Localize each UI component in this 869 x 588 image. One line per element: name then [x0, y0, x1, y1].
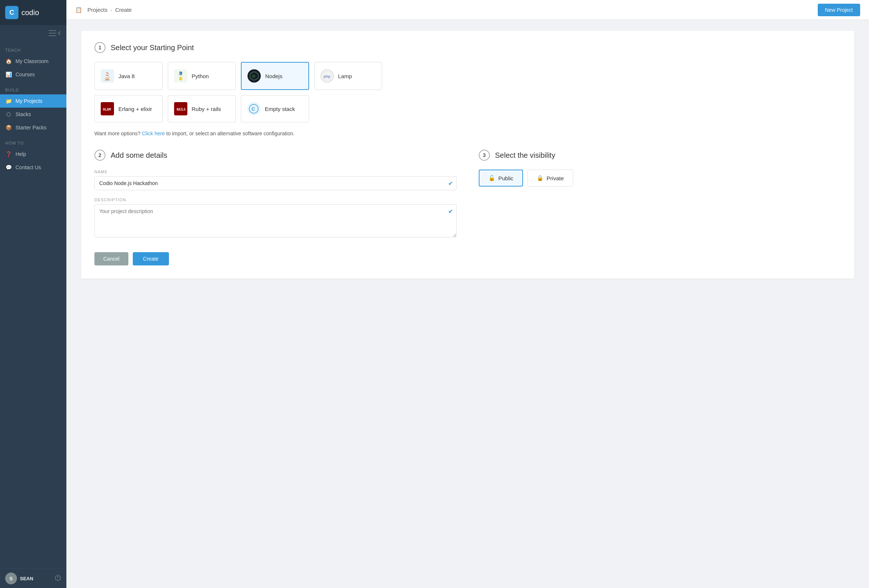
description-label: DESCRIPTION [95, 198, 457, 202]
svg-text:RAILS: RAILS [176, 108, 185, 111]
step1-title: Select your Starting Point [111, 43, 194, 52]
cancel-button[interactable]: Cancel [95, 252, 128, 265]
power-button[interactable] [55, 575, 61, 582]
name-input[interactable] [95, 176, 457, 190]
private-icon: 🔒 [537, 175, 544, 181]
teach-section: TEACH 🏠 My Classroom 📊 Courses [0, 41, 67, 81]
sidebar-item-my-classroom[interactable]: 🏠 My Classroom [0, 55, 67, 68]
svg-rect-1 [49, 33, 56, 34]
sidebar-toggle[interactable] [0, 25, 67, 41]
howto-label: HOW TO [0, 134, 67, 147]
import-link[interactable]: Click here [142, 130, 165, 136]
step2-title: Add some details [111, 151, 167, 160]
sidebar-bottom: S SEAN [0, 569, 67, 588]
stack-empty-label: Empty stack [265, 106, 295, 112]
svg-text:php: php [323, 74, 330, 78]
breadcrumb-current: Create [115, 7, 132, 13]
step3-col: 3 Select the visibility 🔓 Public 🔒 Priva… [479, 150, 841, 265]
description-input-wrapper: ✔ [95, 204, 457, 239]
contact-icon: 💬 [5, 164, 12, 170]
stack-python[interactable]: Python [168, 62, 236, 90]
sidebar-item-contact-us[interactable]: 💬 Contact Us [0, 161, 67, 174]
stack-lamp[interactable]: php Lamp [314, 62, 383, 90]
nodejs-logo: JS [249, 70, 260, 81]
python-logo [175, 70, 186, 81]
stack-nodejs[interactable]: JS Nodejs [241, 62, 309, 90]
starter-packs-icon: 📦 [5, 124, 12, 130]
step3-header: 3 Select the visibility [479, 150, 841, 161]
action-buttons: Cancel Create [95, 252, 457, 265]
steps-row: 2 Add some details NAME ✔ DESCRIPTION [95, 150, 841, 265]
avatar: S [5, 573, 17, 584]
stack-lamp-label: Lamp [338, 73, 352, 79]
stack-erlang-label: Erlang + elixir [119, 106, 152, 112]
user-info: S SEAN [5, 573, 33, 584]
courses-icon: 📊 [5, 71, 12, 77]
step1-header: 1 Select your Starting Point [95, 42, 841, 53]
teach-label: TEACH [0, 41, 67, 55]
power-icon [55, 575, 61, 581]
svg-rect-0 [49, 30, 56, 31]
breadcrumb: 📋 Projects › Create [75, 7, 132, 13]
name-input-wrapper: ✔ [95, 176, 457, 190]
stack-ruby[interactable]: RAILS Ruby + rails [168, 95, 236, 122]
step2-number: 2 [95, 150, 105, 161]
java-logo: java [102, 71, 113, 81]
breadcrumb-icon: 📋 [75, 7, 82, 13]
howto-section: HOW TO ❓ Help 💬 Contact Us [0, 134, 67, 174]
import-line: Want more options? Click here to import,… [95, 130, 841, 136]
create-project-card: 1 Select your Starting Point java [81, 31, 854, 279]
visibility-private[interactable]: 🔒 Private [528, 170, 573, 187]
description-textarea[interactable] [95, 204, 457, 237]
stack-java8[interactable]: java Java 8 [95, 62, 163, 90]
stack-grid: java Java 8 [95, 62, 382, 122]
ruby-logo: RAILS [175, 103, 186, 114]
collapse-icon [58, 31, 61, 36]
step3-title: Select the visibility [495, 151, 555, 160]
svg-text:JS: JS [252, 75, 256, 78]
empty-stack-icon: C [247, 102, 260, 116]
erlang-logo: OLAM [102, 103, 113, 114]
home-icon: 🏠 [5, 58, 12, 64]
python-icon [174, 69, 187, 83]
page-content: 1 Select your Starting Point java [67, 20, 869, 588]
logo-icon: C [5, 6, 18, 19]
topbar: 📋 Projects › Create New Project [67, 0, 869, 20]
build-section: BUILD 📁 My Projects ⬡ Stacks 📦 Starter P… [0, 81, 67, 134]
sidebar: C codio TEACH 🏠 My Classroom 📊 Courses B… [0, 0, 67, 588]
hamburger-icon [49, 30, 56, 36]
lamp-icon: php [320, 69, 334, 83]
create-button[interactable]: Create [133, 252, 169, 265]
stack-erlang[interactable]: OLAM Erlang + elixir [95, 95, 163, 122]
ruby-icon: RAILS [174, 102, 187, 116]
breadcrumb-parent: Projects [87, 7, 107, 13]
step3-number: 3 [479, 150, 490, 161]
erlang-icon: OLAM [101, 102, 114, 116]
stack-ruby-label: Ruby + rails [192, 106, 221, 112]
user-name: SEAN [20, 576, 33, 581]
logo-text: codio [21, 9, 39, 17]
step2-header: 2 Add some details [95, 150, 457, 161]
sidebar-item-stacks[interactable]: ⬡ Stacks [0, 108, 67, 121]
sidebar-item-starter-packs[interactable]: 📦 Starter Packs [0, 121, 67, 134]
main-content: 📋 Projects › Create New Project 1 Select… [67, 0, 869, 588]
sidebar-item-my-projects[interactable]: 📁 My Projects [0, 94, 67, 108]
sidebar-item-help[interactable]: ❓ Help [0, 147, 67, 161]
public-icon: 🔓 [488, 175, 495, 181]
lamp-logo: php [322, 70, 333, 81]
step2-col: 2 Add some details NAME ✔ DESCRIPTION [95, 150, 457, 265]
build-label: BUILD [0, 81, 67, 94]
svg-text:OLAM: OLAM [103, 108, 111, 111]
step1-number: 1 [95, 42, 105, 53]
stacks-icon: ⬡ [5, 111, 12, 117]
new-project-button[interactable]: New Project [818, 4, 860, 16]
stack-empty[interactable]: C Empty stack [241, 95, 309, 122]
sidebar-item-courses[interactable]: 📊 Courses [0, 68, 67, 81]
stack-python-label: Python [192, 73, 209, 79]
visibility-public[interactable]: 🔓 Public [479, 170, 523, 187]
svg-text:C: C [252, 106, 255, 112]
private-label: Private [547, 175, 564, 181]
stack-nodejs-label: Nodejs [265, 73, 283, 79]
logo: C codio [0, 0, 67, 25]
svg-rect-2 [49, 36, 56, 36]
